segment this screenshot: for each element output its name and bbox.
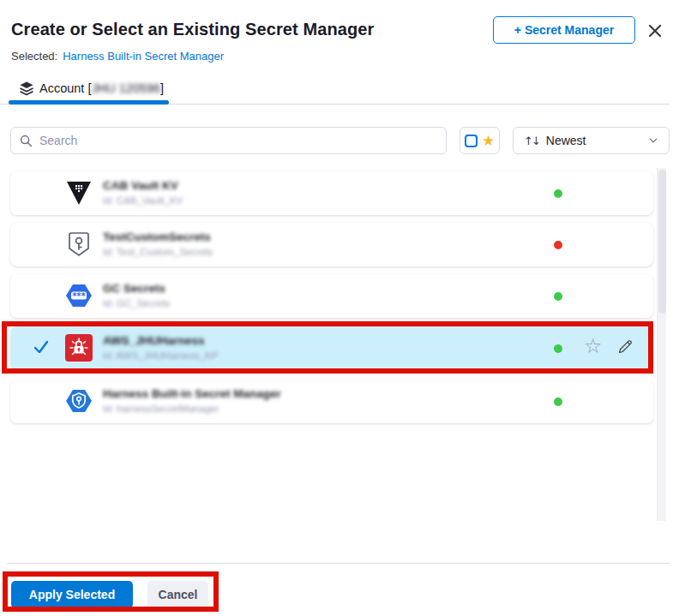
sort-dropdown[interactable]: ↑↓ Newest bbox=[513, 127, 670, 154]
check-icon bbox=[33, 338, 50, 356]
tab-account-scope-blurred: JHU 120596 bbox=[91, 81, 160, 95]
search-input[interactable] bbox=[39, 134, 437, 147]
close-icon[interactable] bbox=[644, 20, 666, 42]
add-secret-manager-button[interactable]: + Secret Manager bbox=[493, 16, 635, 44]
search-icon bbox=[20, 135, 33, 147]
tab-account[interactable]: Account [JHU 120596] bbox=[19, 81, 164, 96]
aws-secrets-manager-icon bbox=[64, 333, 93, 362]
secret-manager-name: AWS_JHUHarness bbox=[103, 333, 218, 349]
selected-secret-manager-line: Selected:Harness Built-in Secret Manager bbox=[11, 50, 224, 63]
cancel-button[interactable]: Cancel bbox=[147, 581, 208, 608]
gcp-secret-manager-icon: *** bbox=[64, 281, 93, 310]
status-dot bbox=[554, 292, 562, 301]
list-item-gcp[interactable]: *** GC Secrets Id: GC_Secrets bbox=[10, 274, 653, 318]
favorite-star-icon[interactable]: ★ bbox=[482, 134, 495, 148]
harness-builtin-secret-manager-icon bbox=[64, 386, 93, 416]
secret-manager-dialog: Create or Select an Existing Secret Mana… bbox=[0, 0, 679, 616]
secret-manager-name: GC Secrets bbox=[103, 281, 171, 296]
sort-selected-option: Newest bbox=[546, 134, 641, 147]
secret-manager-id: Id: Test_Custom_Secrets bbox=[103, 245, 213, 259]
page-title: Create or Select an Existing Secret Mana… bbox=[11, 20, 374, 39]
edit-pencil-icon[interactable] bbox=[616, 338, 634, 356]
status-dot bbox=[554, 189, 562, 198]
scrollbar-track[interactable] bbox=[657, 168, 666, 521]
search-box bbox=[10, 127, 447, 154]
secret-manager-id: Id: harnessSecretManager bbox=[103, 402, 281, 416]
list-item-harness-builtin[interactable]: Harness Built-in Secret Manager Id: harn… bbox=[10, 380, 653, 423]
favorite-toggle-icon[interactable]: ☆ bbox=[584, 336, 603, 356]
sort-arrows-icon: ↑↓ bbox=[524, 135, 539, 147]
secret-manager-id: Id: GC_Secrets bbox=[103, 296, 171, 310]
secret-manager-name: TestCustomSecrets bbox=[103, 230, 213, 245]
secret-manager-id: Id: CAB_Vault_KV bbox=[103, 194, 183, 207]
active-tab-indicator bbox=[9, 100, 169, 105]
secret-manager-id: Id: AWS_JHUHarness_KP bbox=[103, 349, 218, 362]
custom-secret-manager-icon bbox=[64, 230, 93, 259]
footer-divider bbox=[7, 563, 670, 564]
scrollbar-thumb[interactable] bbox=[658, 170, 666, 314]
favorites-filter: ★ bbox=[460, 127, 500, 154]
list-item-vault[interactable]: CAB Vault KV Id: CAB_Vault_KV bbox=[10, 171, 653, 215]
favorites-checkbox[interactable] bbox=[465, 135, 478, 147]
secret-manager-name: CAB Vault KV bbox=[103, 178, 183, 194]
tab-account-label: Account [JHU 120596] bbox=[39, 81, 164, 95]
apply-selected-button[interactable]: Apply Selected bbox=[11, 581, 133, 608]
svg-text:***: *** bbox=[72, 291, 86, 301]
list-item-aws-selected[interactable]: AWS_JHUHarness Id: AWS_JHUHarness_KP ☆ bbox=[10, 326, 653, 370]
selected-secret-manager-link[interactable]: Harness Built-in Secret Manager bbox=[63, 50, 224, 63]
selected-label: Selected: bbox=[11, 50, 57, 63]
status-dot bbox=[554, 241, 562, 249]
hashicorp-vault-icon bbox=[64, 178, 93, 207]
chevron-down-icon bbox=[648, 135, 658, 146]
status-dot bbox=[554, 398, 562, 406]
secret-manager-name: Harness Built-in Secret Manager bbox=[103, 386, 281, 402]
layers-icon bbox=[19, 81, 34, 96]
status-dot bbox=[554, 344, 562, 353]
list-item-custom[interactable]: TestCustomSecrets Id: Test_Custom_Secret… bbox=[10, 223, 653, 266]
